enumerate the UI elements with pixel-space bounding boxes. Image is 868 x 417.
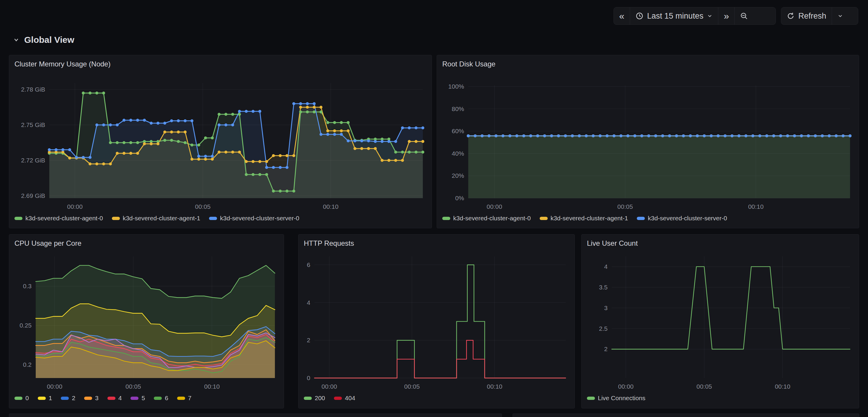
zoom-out-time-button[interactable] [734, 7, 753, 25]
panel-title[interactable]: Live User Count [582, 235, 859, 250]
time-shift-forward-button[interactable]: » [718, 7, 734, 25]
dashboard-page: « Last 15 minutes » [0, 0, 868, 417]
legend-swatch [84, 397, 92, 400]
legend-swatch [209, 217, 217, 220]
row-global-view-toggle[interactable]: Global View [13, 35, 74, 45]
legend-swatch [334, 397, 342, 400]
clock-icon [636, 12, 644, 20]
svg-text:6: 6 [307, 261, 310, 268]
svg-text:2: 2 [307, 337, 310, 344]
legend-label: 4 [118, 394, 122, 401]
legend-label: 2 [72, 394, 75, 401]
http-chart[interactable]: 024600:0000:0500:10 [304, 250, 570, 393]
panel-partial-right [513, 413, 859, 417]
time-range-picker-button[interactable]: Last 15 minutes [630, 7, 718, 25]
legend-swatch [637, 217, 645, 220]
legend-item[interactable]: 3 [84, 394, 99, 401]
legend-item[interactable]: 1 [38, 394, 52, 401]
legend-item[interactable]: 2 [61, 394, 75, 401]
legend-label: 6 [165, 394, 168, 401]
legend-label: 1 [49, 394, 52, 401]
cpu-chart[interactable]: 0.20.250.300:0000:0500:10 [14, 250, 279, 393]
svg-text:2.72 GiB: 2.72 GiB [21, 157, 45, 163]
legend-item[interactable]: 404 [334, 394, 355, 401]
row-title: Global View [24, 35, 74, 45]
panel-http-requests: HTTP Requests 024600:0000:0500:10 200404 [298, 234, 575, 409]
svg-text:00:05: 00:05 [696, 383, 712, 390]
panel-root-disk-usage: Root Disk Usage 0%20%40%60%80%100%00:000… [437, 55, 859, 228]
svg-text:60%: 60% [452, 127, 464, 135]
svg-text:00:10: 00:10 [487, 383, 502, 390]
legend-label: Live Connections [598, 394, 645, 401]
disk-chart[interactable]: 0%20%40%60%80%100%00:0000:0500:10 [442, 71, 854, 213]
cpu-legend: 01234567 [9, 393, 284, 401]
legend-swatch [587, 397, 595, 400]
svg-text:00:10: 00:10 [748, 203, 764, 210]
legend-item[interactable]: 4 [107, 394, 122, 401]
panel-cpu-usage-per-core: CPU Usage per Core 0.20.250.300:0000:050… [9, 234, 284, 409]
panel-title[interactable]: Root Disk Usage [437, 55, 859, 70]
legend-item[interactable]: 6 [154, 394, 168, 401]
svg-text:00:10: 00:10 [323, 203, 339, 210]
legend-label: k3d-severed-cluster-server-0 [220, 215, 299, 222]
live-chart[interactable]: 22.533.5400:0000:0500:10 [587, 250, 854, 393]
svg-text:2.78 GiB: 2.78 GiB [21, 86, 45, 93]
svg-text:4: 4 [307, 299, 310, 306]
legend-swatch [540, 217, 548, 220]
svg-text:00:05: 00:05 [195, 203, 211, 210]
legend-label: k3d-severed-cluster-agent-1 [551, 215, 628, 222]
svg-text:3: 3 [604, 304, 608, 311]
panel-live-user-count: Live User Count 22.533.5400:0000:0500:10… [581, 234, 859, 409]
time-shift-back-button[interactable]: « [614, 7, 630, 25]
legend-swatch [14, 217, 23, 220]
legend-label: 404 [345, 394, 355, 401]
svg-text:00:05: 00:05 [617, 203, 633, 210]
svg-text:00:05: 00:05 [404, 383, 420, 390]
legend-swatch [130, 397, 138, 400]
svg-text:40%: 40% [452, 150, 464, 157]
time-range-label: Last 15 minutes [647, 11, 704, 21]
chevron-down-icon [13, 37, 20, 43]
legend-label: k3d-severed-cluster-server-0 [648, 215, 727, 222]
memory-chart[interactable]: 2.69 GiB2.72 GiB2.75 GiB2.78 GiB00:0000:… [14, 71, 427, 213]
legend-item[interactable]: 7 [177, 394, 192, 401]
legend-item[interactable]: 5 [130, 394, 145, 401]
legend-item[interactable]: k3d-severed-cluster-agent-0 [14, 215, 103, 222]
chevron-down-icon [707, 13, 713, 19]
legend-item[interactable]: 0 [14, 394, 29, 401]
svg-text:00:10: 00:10 [775, 383, 790, 390]
legend-label: 3 [95, 394, 99, 401]
legend-label: k3d-severed-cluster-agent-1 [123, 215, 200, 222]
double-chevron-right-icon: » [724, 11, 729, 21]
refresh-icon [786, 12, 795, 20]
legend-swatch [38, 397, 46, 400]
legend-swatch [442, 217, 450, 220]
svg-text:00:05: 00:05 [125, 383, 141, 390]
legend-item[interactable]: Live Connections [587, 394, 645, 401]
svg-text:2.69 GiB: 2.69 GiB [21, 192, 45, 199]
double-chevron-left-icon: « [619, 11, 624, 21]
svg-text:100%: 100% [448, 83, 464, 90]
panel-title[interactable]: CPU Usage per Core [9, 235, 284, 250]
svg-text:2.5: 2.5 [599, 325, 608, 332]
svg-text:0: 0 [307, 375, 310, 381]
panel-title[interactable]: HTTP Requests [299, 235, 575, 250]
legend-item[interactable]: 200 [304, 394, 325, 401]
legend-item[interactable]: k3d-severed-cluster-server-0 [637, 215, 727, 222]
svg-text:00:00: 00:00 [618, 383, 634, 390]
legend-item[interactable]: k3d-severed-cluster-server-0 [209, 215, 299, 222]
legend-label: 7 [188, 394, 192, 401]
panel-title[interactable]: Cluster Memory Usage (Node) [9, 55, 432, 70]
disk-legend: k3d-severed-cluster-agent-0k3d-severed-c… [437, 213, 859, 222]
legend-item[interactable]: k3d-severed-cluster-agent-1 [540, 215, 628, 222]
chevron-down-icon [837, 13, 843, 19]
legend-item[interactable]: k3d-severed-cluster-agent-0 [442, 215, 531, 222]
refresh-button[interactable]: Refresh [781, 7, 832, 25]
refresh-controls: Refresh [781, 7, 858, 25]
live-legend: Live Connections [582, 393, 859, 401]
legend-item[interactable]: k3d-severed-cluster-agent-1 [112, 215, 200, 222]
refresh-label: Refresh [798, 11, 826, 21]
legend-swatch [304, 397, 312, 400]
legend-swatch [107, 397, 116, 400]
refresh-interval-dropdown[interactable] [832, 7, 848, 25]
